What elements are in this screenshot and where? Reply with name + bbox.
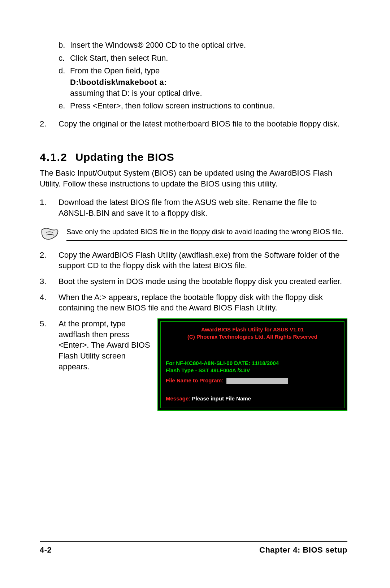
list-marker: c. <box>58 53 70 64</box>
list-text: Click Start, then select Run. <box>70 53 347 64</box>
note-block: Save only the updated BIOS file in the f… <box>40 224 347 243</box>
list-marker: 2. <box>40 250 58 271</box>
terminal-info: For NF-KC804-A8N-SLI-00 DATE: 11/18/2004 <box>166 360 339 367</box>
terminal-prompt-label: File Name to Program: <box>166 377 224 383</box>
terminal-title: AwardBIOS Flash Utility for ASUS V1.01 <box>166 326 339 333</box>
list-text: Download the latest BIOS file from the A… <box>58 197 347 218</box>
list-text-line: From the Open field, type <box>70 65 347 76</box>
terminal-message-text: Please input File Name <box>192 395 251 402</box>
note-hand-icon <box>40 224 66 243</box>
list-marker: 2. <box>40 119 58 129</box>
list-item: 5. At the prompt, type awdflash then pre… <box>40 318 347 411</box>
list-text: Press <Enter>, then follow screen instru… <box>70 100 347 111</box>
list-marker: 1. <box>40 197 58 218</box>
list-marker: 3. <box>40 276 58 287</box>
page-number: 4-2 <box>40 545 52 555</box>
note-text: Save only the updated BIOS file in the f… <box>66 224 347 241</box>
list-marker: 4. <box>40 292 58 313</box>
page-footer: 4-2 Chapter 4: BIOS setup <box>40 541 347 555</box>
list-text-line: assuming that D: is your optical drive. <box>70 88 347 99</box>
terminal-prompt-row: File Name to Program: <box>166 377 339 384</box>
section-heading: 4.1.2Updating the BIOS <box>40 151 347 163</box>
list-text: From the Open field, type D:\bootdisk\ma… <box>70 65 347 98</box>
list-item: b. Insert the Windows® 2000 CD to the op… <box>58 40 347 51</box>
list-marker: b. <box>58 40 70 51</box>
list-marker: d. <box>58 65 70 98</box>
lettered-sublist: b. Insert the Windows® 2000 CD to the op… <box>58 40 347 111</box>
numbered-list-main-cont: 2. Copy the AwardBIOS Flash Utility (awd… <box>40 250 347 411</box>
list-text: Copy the AwardBIOS Flash Utility (awdfla… <box>58 250 347 271</box>
list-item: 3. Boot the system in DOS mode using the… <box>40 276 347 287</box>
list-item: 4. When the A:> appears, replace the boo… <box>40 292 347 313</box>
list-text: At the prompt, type awdflash then press … <box>58 318 152 372</box>
numbered-list-main: 1. Download the latest BIOS file from th… <box>40 197 347 218</box>
bios-terminal: AwardBIOS Flash Utility for ASUS V1.01 (… <box>157 318 347 411</box>
list-item: e. Press <Enter>, then follow screen ins… <box>58 100 347 111</box>
list-item: 2. Copy the original or the latest mothe… <box>40 119 347 129</box>
list-text: Insert the Windows® 2000 CD to the optic… <box>70 40 347 51</box>
section-title: Updating the BIOS <box>75 151 174 163</box>
list-item: c. Click Start, then select Run. <box>58 53 347 64</box>
list-marker: 5. <box>40 318 58 411</box>
list-marker: e. <box>58 100 70 111</box>
list-item: d. From the Open field, type D:\bootdisk… <box>58 65 347 98</box>
list-item: 1. Download the latest BIOS file from th… <box>40 197 347 218</box>
intro-paragraph: The Basic Input/Output System (BIOS) can… <box>40 168 347 189</box>
terminal-input-box <box>226 378 288 384</box>
list-text: Copy the original or the latest motherbo… <box>58 119 347 129</box>
list-text: When the A:> appears, replace the bootab… <box>58 292 347 313</box>
terminal-copyright: (C) Phoenix Technologies Ltd. All Rights… <box>166 333 339 340</box>
terminal-info: Flash Type - SST 49LF004A /3.3V <box>166 367 339 374</box>
terminal-message-row: Message: Please input File Name <box>166 395 339 402</box>
list-text: Boot the system in DOS mode using the bo… <box>58 276 347 287</box>
numbered-list-top: 2. Copy the original or the latest mothe… <box>40 119 347 129</box>
command-text: D:\bootdisk\makeboot a: <box>70 77 347 88</box>
section-number: 4.1.2 <box>40 151 68 163</box>
terminal-message-label: Message: <box>166 395 190 402</box>
list-item: 2. Copy the AwardBIOS Flash Utility (awd… <box>40 250 347 271</box>
chapter-label: Chapter 4: BIOS setup <box>259 545 347 555</box>
